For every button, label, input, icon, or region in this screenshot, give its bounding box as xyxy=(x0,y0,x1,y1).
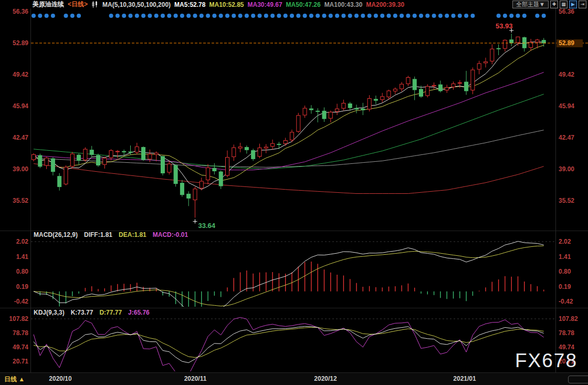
date-tick: 2020/10 xyxy=(49,375,71,382)
date-tick: 2021/01 xyxy=(453,375,476,382)
svg-text:0.80: 0.80 xyxy=(16,268,29,275)
fx678-watermark: FX678 xyxy=(515,350,578,372)
svg-text:42.47: 42.47 xyxy=(559,134,574,141)
frame-lines xyxy=(0,8,588,373)
svg-text:35.52: 35.52 xyxy=(559,197,574,204)
exit-icon[interactable]: ⇥ xyxy=(579,1,586,8)
svg-text:56.36: 56.36 xyxy=(13,8,28,15)
ma50-value: MA50:47.26 xyxy=(286,1,321,8)
chart-canvas[interactable]: 53.9333.6456.3656.3652.8952.8949.4249.42… xyxy=(0,0,588,385)
svg-text:35.52: 35.52 xyxy=(13,197,28,204)
candles-layer xyxy=(32,34,546,217)
chart-icon[interactable]: ▦ xyxy=(560,1,568,8)
kdj-header: KDJ(9,3,3) K:73.77 D:77.77 J:65.76 xyxy=(34,309,150,316)
ma10-value: MA10:52.85 xyxy=(209,1,244,8)
date-tick: 2020/11 xyxy=(184,375,207,382)
ma5-value: MA5:52.78 xyxy=(174,1,205,8)
period-selector[interactable]: 日线 ▲ xyxy=(4,375,25,384)
macd-settings-label: MACD(26,12,9) xyxy=(34,231,78,238)
candlestick-icon xyxy=(91,1,99,8)
ma200-value: MA200:39.30 xyxy=(366,1,404,8)
theme-dropdown-button[interactable]: 全部主题▼ xyxy=(512,1,549,8)
svg-text:39.00: 39.00 xyxy=(13,165,28,173)
svg-text:0.19: 0.19 xyxy=(559,283,571,290)
macd-hist-value: MACD:-0.01 xyxy=(153,231,188,238)
svg-text:78.78: 78.78 xyxy=(13,329,28,337)
macd-header: MACD(26,12,9) DIFF:1.81 DEA:1.81 MACD:-0… xyxy=(34,231,188,238)
ma-settings-label: MA(5,10,30,50,100,200) xyxy=(102,1,171,8)
svg-text:45.94: 45.94 xyxy=(13,102,28,110)
svg-text:49.42: 49.42 xyxy=(559,71,574,78)
svg-text:-0.42: -0.42 xyxy=(559,298,573,305)
kdj-j-value: J:65.76 xyxy=(128,309,150,316)
svg-text:107.82: 107.82 xyxy=(9,315,28,322)
top-bar: 美原油连续 <日线> MA(5,10,30,50,100,200) MA5:52… xyxy=(33,0,404,9)
svg-text:52.89: 52.89 xyxy=(13,39,28,47)
svg-text:1.41: 1.41 xyxy=(16,253,29,261)
macd-dea-value: DEA:1.81 xyxy=(119,231,146,238)
svg-text:45.94: 45.94 xyxy=(559,102,574,110)
kdj-panel xyxy=(34,317,544,377)
triangle-up-icon: ▲ xyxy=(18,376,25,383)
date-tick: 2020/12 xyxy=(314,375,337,382)
svg-text:107.82: 107.82 xyxy=(559,315,578,322)
kdj-d-value: D:77.77 xyxy=(99,309,122,316)
svg-text:33.64: 33.64 xyxy=(198,222,216,230)
move-icon[interactable]: ✚ xyxy=(550,1,558,8)
event-dots-row xyxy=(32,14,546,18)
time-axis-bar: 日线 ▲ 2020/10 2020/11 2020/12 2021/01 xyxy=(0,372,588,385)
period-indicator[interactable]: <日线> xyxy=(68,0,88,9)
svg-text:39.00: 39.00 xyxy=(559,165,574,173)
main-price-panel xyxy=(32,34,546,217)
svg-text:53.93: 53.93 xyxy=(496,22,513,30)
svg-text:2.02: 2.02 xyxy=(559,238,571,245)
svg-text:1.41: 1.41 xyxy=(559,253,571,261)
svg-text:52.89: 52.89 xyxy=(559,39,574,47)
symbol-title[interactable]: 美原油连续 xyxy=(33,0,64,9)
ma30-value: MA30:49.67 xyxy=(248,1,282,8)
macd-diff-value: DIFF:1.81 xyxy=(84,231,112,238)
svg-text:49.74: 49.74 xyxy=(13,344,28,351)
kdj-k-value: K:73.77 xyxy=(71,309,93,316)
svg-text:56.36: 56.36 xyxy=(559,8,574,15)
svg-text:78.78: 78.78 xyxy=(559,329,574,337)
svg-text:49.42: 49.42 xyxy=(13,71,28,78)
window-tools: 全部主题▼ ✚ ▦ ▶ ⇥ xyxy=(512,1,586,8)
svg-text:20.71: 20.71 xyxy=(13,358,28,365)
svg-text:42.47: 42.47 xyxy=(13,134,28,141)
ma100-value: MA100:43.30 xyxy=(324,1,363,8)
play-icon[interactable]: ▶ xyxy=(569,1,577,8)
svg-text:-0.42: -0.42 xyxy=(14,298,29,305)
annotations: 53.9333.64 xyxy=(193,22,514,230)
svg-text:2.02: 2.02 xyxy=(16,238,29,245)
svg-text:0.19: 0.19 xyxy=(16,283,29,290)
svg-text:0.80: 0.80 xyxy=(559,268,571,275)
scrollbar-handle[interactable] xyxy=(568,376,588,383)
macd-panel xyxy=(34,241,544,317)
kdj-settings-label: KDJ(9,3,3) xyxy=(34,309,65,316)
trading-app-window: 53.9333.6456.3656.3652.8952.8949.4249.42… xyxy=(0,0,588,385)
